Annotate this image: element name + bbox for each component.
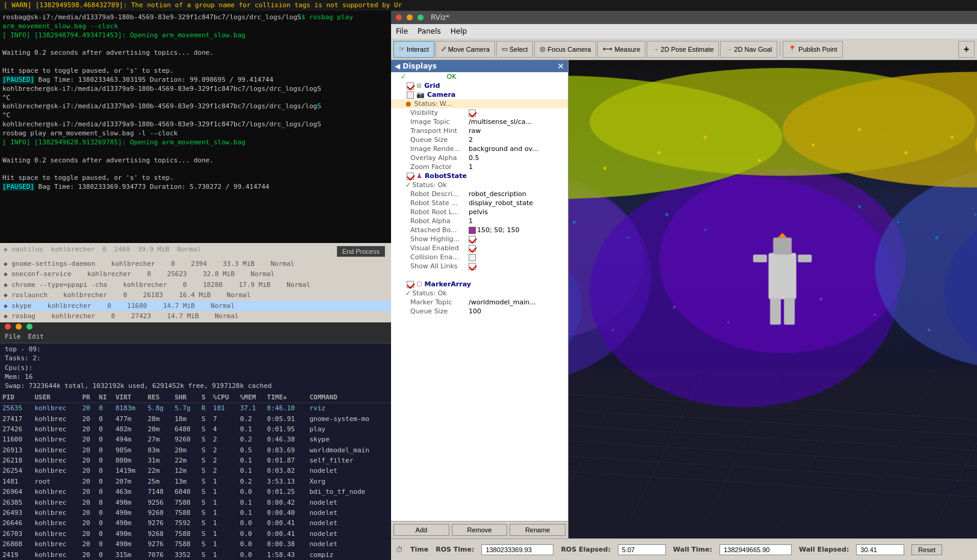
move-camera-icon: ⤢	[441, 45, 446, 53]
table-row: 26646kohlbrec200490m92767592S10.00:00.41…	[0, 518, 391, 528]
add-panel-button[interactable]: +	[958, 41, 975, 58]
table-row: 26385kohlbrec200490m92567588S10.10:00.42…	[0, 497, 391, 508]
attached-color-swatch[interactable]	[469, 227, 476, 234]
displays-tree[interactable]: ▶ ✓ Fixed Fra... OK ▶ ⊞	[391, 72, 568, 521]
move-camera-button[interactable]: ⤢ Move Camera	[436, 41, 495, 58]
ros-time-input[interactable]	[481, 544, 553, 555]
grid-arrow[interactable]: ▶	[399, 83, 405, 89]
visual-enabled-checkbox[interactable]	[469, 245, 476, 252]
displays-close-button[interactable]: ✕	[557, 61, 564, 71]
wall-time-input[interactable]	[720, 544, 792, 555]
queue-size-label: Queue Size	[410, 136, 467, 144]
nav-goal-label: 2D Nav Goal	[734, 46, 772, 53]
col-s: S	[199, 392, 211, 403]
grid-item[interactable]: ▶ ⊞ Grid	[391, 81, 568, 90]
svg-point-44	[858, 205, 861, 208]
camera-icon: 📷	[416, 91, 425, 99]
overlay-alpha-prop: Overlay Alpha 0.5	[391, 153, 568, 162]
sysmon-edit-menu[interactable]: Edit	[28, 332, 45, 341]
links-arrow[interactable]: ▶	[405, 272, 411, 278]
nav-goal-button[interactable]: → 2D Nav Goal	[720, 41, 777, 58]
robot-root-prop: Robot Root L... pelvis	[391, 208, 568, 217]
markerarray-checkbox[interactable]	[407, 281, 414, 288]
visibility-checkbox[interactable]	[469, 109, 476, 117]
namespaces-item[interactable]: ▶ Namespaces	[391, 316, 568, 325]
sysmon-close-dot[interactable]	[5, 324, 11, 330]
collision-ena-checkbox[interactable]	[469, 254, 476, 261]
ros-elapsed-input[interactable]	[618, 544, 666, 555]
svg-point-71	[757, 159, 760, 162]
camera-arrow[interactable]: ▼	[399, 92, 405, 98]
terminal-panel[interactable]: rosbag@sk-i7:/media/d13379a9-180b-4569-8…	[0, 11, 391, 560]
svg-rect-33	[770, 298, 781, 325]
rviz-help-menu[interactable]: Help	[451, 27, 467, 35]
visibility-prop: Visibility	[391, 108, 568, 117]
robot-root-label: Robot Root L...	[410, 208, 467, 216]
select-button[interactable]: ▭ Select	[496, 41, 534, 58]
col-pid: PID	[0, 392, 32, 403]
fixed-frame-item[interactable]: ▶ ✓ Fixed Fra... OK	[391, 72, 568, 81]
3d-viewport[interactable]	[569, 60, 977, 538]
rviz-min-dot[interactable]	[407, 14, 413, 20]
svg-point-69	[658, 151, 661, 154]
svg-point-47	[974, 214, 976, 216]
svg-point-58	[874, 313, 876, 316]
focus-camera-button[interactable]: ◎ Focus Camera	[534, 41, 596, 58]
rviz-panels-menu[interactable]: Panels	[418, 27, 441, 35]
focus-camera-label: Focus Camera	[547, 46, 591, 53]
reset-button[interactable]: Reset	[911, 544, 942, 555]
interact-button[interactable]: ☞ Interact	[393, 41, 434, 58]
grid-checkbox[interactable]	[407, 82, 414, 90]
markerarray-item[interactable]: ▼ ⬡ MarkerArray	[391, 280, 568, 289]
camera-checkbox[interactable]	[407, 91, 414, 99]
rename-button[interactable]: Rename	[510, 524, 566, 536]
svg-point-40	[573, 221, 576, 224]
publish-point-button[interactable]: 📍 Publish Point	[783, 41, 842, 58]
scene-background	[569, 60, 977, 538]
table-row: 26254kohlbrec2001419m22m12mS20.10:03.82n…	[0, 466, 391, 476]
sysmon-file-menu[interactable]: File	[5, 332, 21, 341]
rviz-max-dot[interactable]	[418, 14, 424, 20]
measure-button[interactable]: ⟷ Measure	[597, 41, 646, 58]
fixed-frame-arrow[interactable]: ▶	[393, 74, 399, 80]
links-item[interactable]: ▶ Links	[391, 271, 568, 280]
pose-estimate-button[interactable]: → 2D Pose Estimate	[647, 41, 719, 58]
robotstate-item[interactable]: ▼ ♟ RobotState	[391, 171, 568, 180]
camera-status-label: Status: W...	[415, 100, 472, 108]
sysmon-max-dot[interactable]	[26, 324, 32, 330]
col-res: RES	[145, 392, 172, 403]
show-highlig-prop: Show Highlig...	[391, 235, 568, 244]
toolbar-separator	[780, 42, 780, 57]
camera-item[interactable]: ▼ 📷 Camera	[391, 90, 568, 99]
rviz-file-menu[interactable]: File	[396, 27, 408, 35]
robotstate-checkbox[interactable]	[407, 173, 414, 180]
terminal-content: rosbag@sk-i7:/media/d13379a9-180b-4569-8…	[2, 13, 389, 192]
sysmon-min-dot[interactable]	[16, 324, 22, 330]
svg-point-68	[603, 167, 606, 170]
add-button[interactable]: Add	[393, 524, 449, 536]
remove-button[interactable]: Remove	[452, 524, 508, 536]
rviz-close-dot[interactable]	[396, 14, 402, 20]
displays-arrow[interactable]: ◀	[395, 62, 400, 70]
markerarray-arrow[interactable]: ▼	[399, 282, 405, 288]
sysmon-menu: File Edit	[0, 331, 391, 343]
table-row: 27426kohlbrec200402m20m6480S40.10:01.95p…	[0, 424, 391, 434]
col-ni: NI	[96, 392, 113, 403]
select-label: Select	[510, 46, 528, 53]
robotstate-arrow[interactable]: ▼	[399, 173, 405, 179]
visual-enabled-prop: Visual Enabled	[391, 244, 568, 253]
pose-estimate-label: 2D Pose Estimate	[661, 46, 713, 53]
wall-elapsed-input[interactable]	[856, 544, 904, 555]
grid-icon: ⊞	[416, 82, 422, 90]
robotstate-status-label: Status: Ok	[412, 181, 469, 189]
end-process-button[interactable]: End Process	[337, 246, 385, 257]
show-highlig-checkbox[interactable]	[469, 236, 476, 243]
fixed-frame-value: OK	[447, 73, 457, 81]
namespaces-arrow[interactable]: ▶	[405, 318, 411, 324]
show-all-links-checkbox[interactable]	[469, 263, 476, 270]
svg-point-57	[819, 298, 822, 301]
image-topic-prop: Image Topic /multisense_sl/ca...	[391, 117, 568, 126]
image-topic-value: /multisense_sl/ca...	[469, 118, 566, 126]
displays-title: Displays	[402, 62, 437, 70]
image-render-label: Image Rende...	[410, 145, 467, 153]
